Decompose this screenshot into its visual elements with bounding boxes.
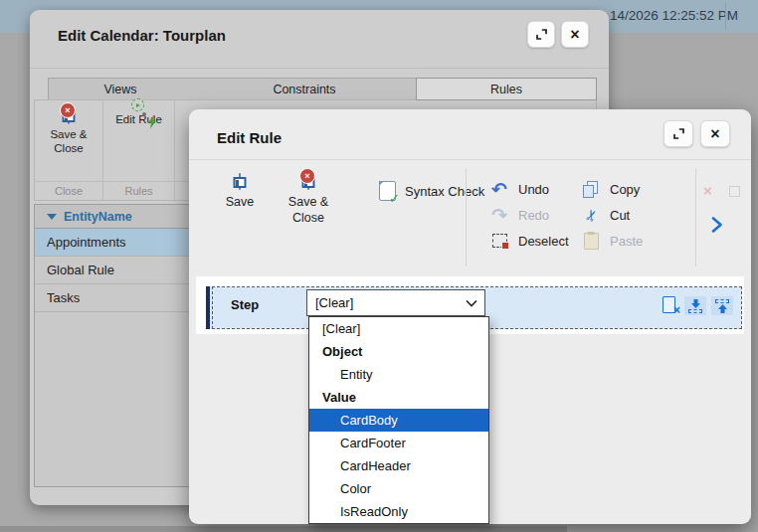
edit-rule-dialog: Edit Rule × Save × Save & Close xyxy=(189,109,751,524)
group-label-close: Close xyxy=(35,182,103,200)
deselect-label: Deselect xyxy=(518,234,569,249)
save-button[interactable]: Save xyxy=(211,174,269,211)
maximize-button[interactable] xyxy=(527,21,555,48)
undo-button[interactable]: ↶ Undo xyxy=(490,178,569,200)
copy-button[interactable]: Copy xyxy=(582,178,643,200)
add-step-above-button[interactable] xyxy=(711,296,733,315)
step-action-icons: × xyxy=(663,296,733,315)
arrow-up-icon xyxy=(717,304,728,313)
toolbar-divider xyxy=(695,168,696,266)
maximize-icon xyxy=(672,127,685,140)
toolbar-divider xyxy=(466,168,467,266)
step-selection-bar xyxy=(206,286,210,329)
play-badge-icon xyxy=(131,98,144,111)
paste-icon xyxy=(584,233,599,250)
save-and-close-iconwrap: × xyxy=(68,108,70,123)
x-mark-icon: × xyxy=(673,304,680,316)
clipboard-actions-column: Copy ✂ Cut Paste xyxy=(582,178,643,252)
clock: 14/2026 12:25:52 PM xyxy=(610,8,738,23)
paste-button[interactable]: Paste xyxy=(582,230,643,252)
dropdown-option-clear[interactable]: [Clear] xyxy=(309,317,488,340)
save-and-close-iconwrap: × xyxy=(307,174,309,189)
maximize-icon xyxy=(535,28,548,41)
tab-rules[interactable]: Rules xyxy=(416,78,597,100)
cut-label: Cut xyxy=(610,208,630,223)
redo-icon: ↷ xyxy=(491,206,507,225)
close-button[interactable]: × xyxy=(561,21,589,48)
column-header-label: EntityName xyxy=(64,210,132,224)
screen: 14/2026 12:25:52 PM Edit Calendar: Tourp… xyxy=(0,0,758,532)
tab-views[interactable]: Views xyxy=(49,79,192,99)
close-x-badge-icon: × xyxy=(60,102,76,118)
chevron-down-icon xyxy=(466,300,477,307)
dialog-title: Edit Rule xyxy=(217,129,282,146)
title-separator xyxy=(30,68,609,69)
redo-label: Redo xyxy=(518,208,549,223)
toolbar-cell-close-group: × Save & Close xyxy=(35,100,103,181)
dropdown-option-entity[interactable]: Entity xyxy=(309,363,488,386)
step-type-select[interactable]: [Clear] xyxy=(306,289,485,316)
toolbar-cell-rules-group: Edit Rule xyxy=(103,100,175,181)
syntax-check-icon: ✓ xyxy=(379,181,396,201)
close-icon: × xyxy=(570,27,579,43)
save-and-close-button[interactable]: × Save & Close xyxy=(43,108,95,156)
dropdown-group-value: Value xyxy=(309,386,488,409)
dropdown-group-object: Object xyxy=(309,340,488,363)
dropdown-option-cardheader[interactable]: CardHeader xyxy=(309,454,488,477)
save-label: Save xyxy=(212,195,268,211)
floppy-disk-icon xyxy=(239,173,241,190)
dropdown-option-color[interactable]: Color xyxy=(309,477,488,500)
edit-rule-label: Edit Rule xyxy=(113,113,165,127)
deselect-button[interactable]: Deselect xyxy=(490,230,569,252)
edit-rule-button[interactable]: Edit Rule xyxy=(113,108,165,127)
step-dropdown-list: [Clear] Object Entity Value CardBody Car… xyxy=(308,316,489,524)
deselect-icon xyxy=(492,234,507,248)
window-bottom-edge xyxy=(0,526,567,532)
clipped-toolbar-icon xyxy=(729,186,740,197)
group-label-rules: Rules xyxy=(103,182,175,200)
copy-icon xyxy=(583,181,599,197)
save-and-close-label: Save & Close xyxy=(43,128,95,156)
header-divider xyxy=(725,3,726,30)
undo-icon: ↶ xyxy=(491,180,507,199)
close-button[interactable]: × xyxy=(700,120,730,147)
save-and-close-button[interactable]: × Save & Close xyxy=(277,174,340,226)
scissors-icon: ✂ xyxy=(582,207,600,224)
chevron-right-icon xyxy=(710,216,723,234)
paste-label: Paste xyxy=(610,234,643,249)
save-and-close-label: Save & Close xyxy=(281,195,336,226)
delete-disabled-icon: × xyxy=(703,182,712,199)
sort-arrow-icon xyxy=(47,214,57,220)
syntax-check-button[interactable]: ✓ Syntax Check xyxy=(379,181,484,201)
dropdown-option-cardbody[interactable]: CardBody xyxy=(309,409,488,432)
maximize-button[interactable] xyxy=(663,120,693,147)
dashed-row-icon xyxy=(688,309,702,313)
close-x-badge-icon: × xyxy=(299,168,315,184)
expand-toolbar-button[interactable] xyxy=(701,208,731,242)
syntax-check-label: Syntax Check xyxy=(405,184,484,199)
delete-step-button[interactable]: × xyxy=(663,296,679,315)
copy-label: Copy xyxy=(610,182,640,197)
arrow-down-icon xyxy=(690,299,701,308)
calendar-tabbar: Views Constraints Rules xyxy=(48,78,597,100)
redo-button[interactable]: ↷ Redo xyxy=(490,204,569,226)
cut-button[interactable]: ✂ Cut xyxy=(582,204,643,226)
dropdown-option-cardfooter[interactable]: CardFooter xyxy=(309,432,488,454)
step-label: Step xyxy=(231,297,259,312)
save-iconwrap xyxy=(239,174,241,189)
dialog-title: Edit Calendar: Tourplan xyxy=(58,27,226,44)
tab-constraints[interactable]: Constraints xyxy=(192,79,417,99)
close-icon: × xyxy=(710,126,719,142)
check-icon: ✓ xyxy=(389,191,400,206)
step-select-value: [Clear] xyxy=(315,295,353,310)
undo-label: Undo xyxy=(518,182,549,197)
dropdown-option-isreadonly[interactable]: IsReadOnly xyxy=(309,500,488,523)
rule-toolbar: Save × Save & Close ✓ Syntax Check ↶ xyxy=(189,160,751,276)
edit-actions-column: ↶ Undo ↷ Redo Deselect xyxy=(490,178,569,252)
dashed-row-icon xyxy=(715,299,729,303)
add-step-below-button[interactable] xyxy=(684,296,706,315)
